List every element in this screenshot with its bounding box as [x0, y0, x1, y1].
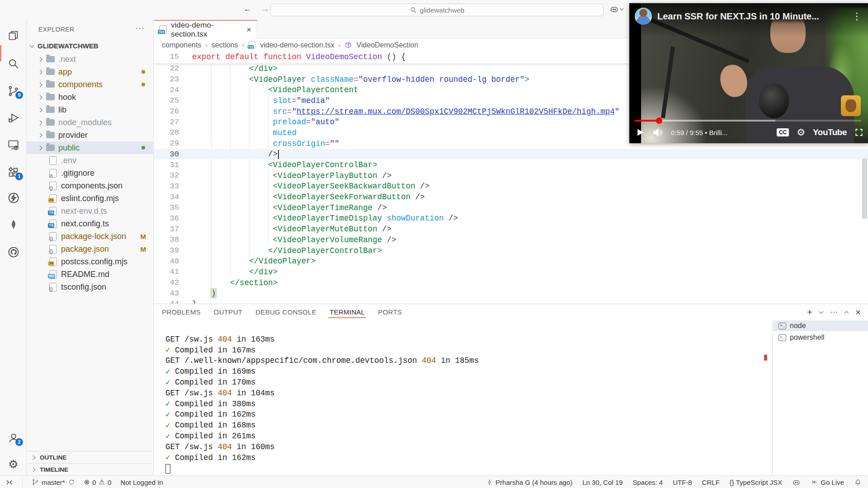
code-line-39[interactable]: 39 </VideoPlayerControlBar> [154, 245, 868, 256]
go-live-button[interactable]: Go Live [811, 479, 844, 486]
tree-item-eslint.config.mjs[interactable]: JSeslint.config.mjs [27, 192, 153, 205]
extensions-icon[interactable]: 1 [0, 163, 27, 181]
code-line-30[interactable]: 30 /> [154, 149, 868, 160]
fullscreen-icon[interactable] [854, 128, 863, 137]
remote-indicator[interactable] [5, 479, 13, 486]
code-line-42[interactable]: 42 </section> [154, 277, 868, 288]
mongodb-icon[interactable] [0, 216, 27, 234]
panel-more-actions-icon[interactable]: ··· [830, 308, 838, 317]
project-root-row[interactable]: GLIDEWATCHWEB [27, 40, 153, 52]
code-line-35[interactable]: 35 <VideoPlayerTimeRange /> [154, 202, 868, 213]
eol-status[interactable]: CRLF [702, 479, 720, 486]
channel-avatar[interactable] [635, 8, 652, 25]
maximize-panel-icon[interactable] [844, 311, 849, 315]
tree-item-lib[interactable]: lib [27, 103, 153, 116]
panel-tab-output[interactable]: OUTPUT [214, 304, 242, 319]
tree-item-node_modules[interactable]: node_modules [27, 116, 153, 129]
auth-status[interactable]: Not Logged In [120, 479, 163, 486]
new-terminal-icon[interactable]: + [807, 307, 812, 318]
copilot-icon[interactable] [609, 5, 619, 14]
video-settings-icon[interactable]: ⚙ [797, 127, 805, 138]
breadcrumb-item[interactable]: sections [212, 41, 238, 49]
terminal-instance-powershell[interactable]: >_powershell [773, 332, 868, 343]
explorer-more-actions[interactable]: ··· [135, 23, 145, 33]
play-button-icon[interactable] [636, 128, 645, 137]
code-line-33[interactable]: 33 <VideoPlayerSeekBackwardButton /> [154, 181, 868, 192]
tree-item-public[interactable]: public [27, 141, 153, 154]
github-icon[interactable] [0, 243, 27, 261]
back-arrow-icon[interactable]: ← [243, 4, 252, 14]
encoding-status[interactable]: UTF-8 [673, 479, 692, 486]
code-line-40[interactable]: 40 </VideoPlayer> [154, 256, 868, 267]
tree-item-provider[interactable]: provider [27, 129, 153, 141]
language-mode[interactable]: {} TypeScript JSX [730, 479, 782, 486]
code-line-41[interactable]: 41 </div> [154, 267, 868, 277]
panel-tab-terminal[interactable]: TERMINAL [330, 304, 365, 319]
accounts-icon[interactable]: 2 [0, 429, 27, 447]
remote-explorer-icon[interactable] [0, 136, 27, 154]
code-line-36[interactable]: 36 <VideoPlayerTimeDisplay showDuration … [154, 213, 868, 224]
editor-scrollbar[interactable] [862, 159, 867, 219]
code-line-44[interactable]: 44} [154, 299, 868, 304]
search-view-icon[interactable] [0, 54, 27, 72]
code-line-34[interactable]: 34 <VideoPlayerSeekForwardButton /> [154, 192, 868, 202]
breadcrumb-item[interactable]: video-demo-section.tsx [260, 41, 335, 49]
terminal-output[interactable]: GET /sw.js 404 in 163ms✓ Compiled in 167… [165, 334, 479, 474]
code-line-32[interactable]: 32 <VideoPlayerPlayButton /> [154, 170, 868, 181]
tree-item-.next[interactable]: .next [27, 53, 153, 66]
explorer-icon[interactable] [0, 26, 27, 44]
close-panel-icon[interactable]: × [855, 307, 861, 318]
youtube-pip-player[interactable]: Learn SSR for NEXT.JS in 10 Minute... ⋮ … [629, 3, 868, 143]
video-menu-icon[interactable]: ⋮ [849, 11, 864, 22]
tree-item-package.json[interactable]: {}package.jsonM [27, 243, 153, 255]
cursor-position[interactable]: Ln 30, Col 19 [582, 479, 623, 486]
close-tab-icon[interactable]: × [246, 25, 251, 35]
breadcrumb-item[interactable]: components [162, 41, 201, 49]
run-debug-icon[interactable] [0, 108, 27, 127]
code-line-38[interactable]: 38 <VideoPlayerVolumeRange /> [154, 235, 868, 245]
outline-section[interactable]: OUTLINE [27, 451, 153, 463]
panel-tab-debug-console[interactable]: DEBUG CONSOLE [255, 304, 316, 319]
tree-item-package-lock.json[interactable]: {}package-lock.jsonM [27, 230, 153, 243]
youtube-logo[interactable]: YouTube [813, 127, 847, 137]
problems-status[interactable]: ⊗ 0 ⚠ 0 [84, 478, 112, 486]
tree-item-components[interactable]: components [27, 78, 153, 91]
panel-tab-ports[interactable]: PORTS [378, 304, 402, 319]
progress-knob[interactable] [656, 117, 662, 124]
tree-item-.gitignore[interactable]: ⊘.gitignore [27, 167, 153, 179]
terminal-dropdown-icon[interactable] [819, 310, 824, 314]
tree-item-.env[interactable]: .env [27, 154, 153, 167]
settings-gear-icon[interactable]: ⚙ [0, 455, 27, 473]
code-line-43[interactable]: 43 ) [154, 288, 868, 299]
source-control-icon[interactable]: 9 [0, 82, 27, 100]
terminal-instance-node[interactable]: >_node [773, 320, 868, 331]
tab-video-demo-section[interactable]: TSX video-demo-section.tsx × [154, 20, 257, 38]
volume-icon[interactable] [652, 127, 663, 138]
forward-arrow-icon[interactable]: → [261, 4, 269, 14]
tree-item-tsconfig.json[interactable]: {}tsconfig.json [27, 281, 153, 293]
breadcrumb-item[interactable]: VideoDemoSection [356, 41, 418, 49]
captions-button[interactable]: CC [777, 128, 789, 136]
panel-tab-problems[interactable]: PROBLEMS [162, 304, 201, 319]
tree-item-hook[interactable]: hook [27, 91, 153, 103]
code-line-37[interactable]: 37 <VideoPlayerMuteButton /> [154, 224, 868, 235]
thunder-client-icon[interactable] [0, 189, 27, 207]
copilot-status[interactable] [792, 478, 801, 487]
code-line-31[interactable]: 31 <VideoPlayerControlBar> [154, 160, 868, 170]
tree-item-app[interactable]: app [27, 66, 153, 78]
tree-item-next.config.ts[interactable]: TSnext.config.ts [27, 217, 153, 230]
tree-item-postcss.config.mjs[interactable]: JSpostcss.config.mjs [27, 255, 153, 268]
command-center-search[interactable]: glidewatchweb [270, 4, 604, 16]
timeline-section[interactable]: TIMELINE [27, 463, 153, 475]
tree-item-README.md[interactable]: MDREADME.md [27, 268, 153, 281]
indentation-status[interactable]: Spaces: 4 [632, 479, 663, 486]
video-progress-bar[interactable] [635, 120, 861, 122]
tree-item-next-env.d.ts[interactable]: TSnext-env.d.ts [27, 205, 153, 217]
git-branch-status[interactable]: master* [32, 479, 75, 486]
git-blame-status[interactable]: Prharsha G (4 hours ago) [486, 479, 572, 486]
chevron-down-icon[interactable] [620, 7, 623, 10]
tree-item-components.json[interactable]: {}components.json [27, 179, 153, 192]
notifications-bell[interactable] [854, 479, 862, 486]
breadcrumb: components › sections › TSX video-demo-s… [162, 38, 418, 52]
video-title[interactable]: Learn SSR for NEXT.JS in 10 Minute... [657, 11, 844, 22]
